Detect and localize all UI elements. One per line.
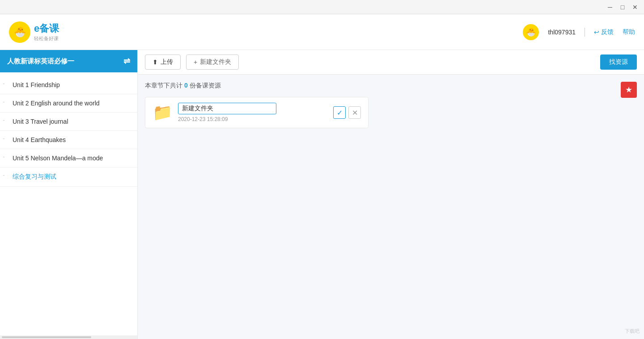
find-resource-button[interactable]: 找资源 (600, 54, 637, 70)
sidebar-item-review[interactable]: 综合复习与测试 (0, 167, 137, 187)
scrollbar-thumb[interactable] (2, 336, 91, 338)
logo-text: e备课 轻松备好课 (34, 22, 59, 42)
header-right: 🐣 thl097931 ↩ 反馈 帮助 (523, 24, 635, 40)
sidebar-item-unit2[interactable]: Unit 2 English around the world (0, 94, 137, 113)
user-avatar: 🐣 (523, 24, 539, 40)
title-bar: ─ □ ✕ (0, 0, 644, 14)
new-folder-plus-icon: + (194, 59, 197, 66)
logo-sub: 轻松备好课 (34, 35, 59, 42)
help-button[interactable]: 帮助 (623, 28, 635, 36)
sidebar-item-unit3[interactable]: Unit 3 Travel journal (0, 113, 137, 131)
maximize-button[interactable]: □ (617, 2, 628, 13)
sidebar-item-label: Unit 5 Nelson Mandela—a mode (13, 155, 103, 162)
sidebar-item-unit1[interactable]: Unit 1 Friendship (0, 76, 137, 94)
new-folder-label: 新建文件夹 (200, 58, 231, 66)
content-body: 本章节下共计 0 份备课资源 ★ 📁 2020-12-23 15:28:09 ✓… (138, 75, 644, 339)
folder-date: 2020-12-23 15:28:09 (178, 116, 328, 122)
sidebar-item-unit4[interactable]: Unit 4 Earthquakes (0, 131, 137, 149)
feedback-icon: ↩ (594, 29, 599, 36)
sidebar-item-label: 综合复习与测试 (13, 173, 56, 180)
bookmark-button[interactable]: ★ (621, 82, 637, 98)
folder-confirm-button[interactable]: ✓ (333, 106, 346, 119)
help-label: 帮助 (623, 28, 635, 36)
sidebar-item-label: Unit 4 Earthquakes (13, 136, 66, 143)
upload-icon: ⬆ (153, 59, 158, 66)
folder-icon: 📁 (153, 103, 173, 122)
logo-icon: 🐣 (9, 21, 30, 43)
watermark: 下载吧 (625, 328, 640, 335)
header: 🐣 e备课 轻松备好课 🐣 thl097931 ↩ 反馈 帮助 (0, 14, 644, 50)
folder-item: 📁 2020-12-23 15:28:09 ✓ ✕ (145, 97, 369, 128)
sidebar-header: 人教新课标英语必修一 ⇌ (0, 50, 137, 72)
logo-main: e备课 (34, 22, 59, 35)
username: thl097931 (548, 29, 576, 36)
folder-name-input[interactable] (178, 103, 276, 114)
content-toolbar: ⬆ 上传 + 新建文件夹 找资源 (138, 50, 644, 75)
sidebar: 人教新课标英语必修一 ⇌ Unit 1 Friendship Unit 2 En… (0, 50, 138, 339)
sidebar-item-label: Unit 3 Travel journal (13, 118, 68, 125)
resource-count-suffix: 份备课资源 (190, 82, 221, 89)
content-area: ⬆ 上传 + 新建文件夹 找资源 本章节下共计 0 份备课资源 ★ 📁 (138, 50, 644, 339)
close-button[interactable]: ✕ (630, 2, 640, 13)
main-container: 人教新课标英语必修一 ⇌ Unit 1 Friendship Unit 2 En… (0, 50, 644, 339)
sidebar-item-label: Unit 1 Friendship (13, 81, 60, 88)
upload-button[interactable]: ⬆ 上传 (145, 54, 181, 70)
feedback-button[interactable]: ↩ 反馈 (594, 28, 614, 36)
folder-info: 2020-12-23 15:28:09 (178, 103, 328, 122)
resource-count: 本章节下共计 0 份备课资源 (145, 82, 637, 90)
new-folder-button[interactable]: + 新建文件夹 (186, 54, 239, 70)
sidebar-item-unit5[interactable]: Unit 5 Nelson Mandela—a mode (0, 149, 137, 167)
sidebar-toggle-icon[interactable]: ⇌ (123, 56, 130, 66)
minimize-button[interactable]: ─ (605, 2, 615, 13)
header-divider (585, 28, 585, 37)
folder-cancel-button[interactable]: ✕ (348, 106, 361, 119)
resource-count-prefix: 本章节下共计 (145, 82, 182, 89)
folder-actions: ✓ ✕ (333, 106, 361, 119)
bookmark-star-icon: ★ (625, 85, 632, 95)
feedback-label: 反馈 (601, 28, 614, 36)
sidebar-title: 人教新课标英语必修一 (7, 57, 74, 66)
sidebar-items: Unit 1 Friendship Unit 2 English around … (0, 72, 137, 335)
upload-label: 上传 (161, 58, 173, 66)
logo: 🐣 e备课 轻松备好课 (9, 21, 59, 43)
sidebar-scrollbar[interactable] (0, 335, 137, 339)
resource-count-num: 0 (184, 82, 188, 89)
sidebar-item-label: Unit 2 English around the world (13, 100, 100, 107)
